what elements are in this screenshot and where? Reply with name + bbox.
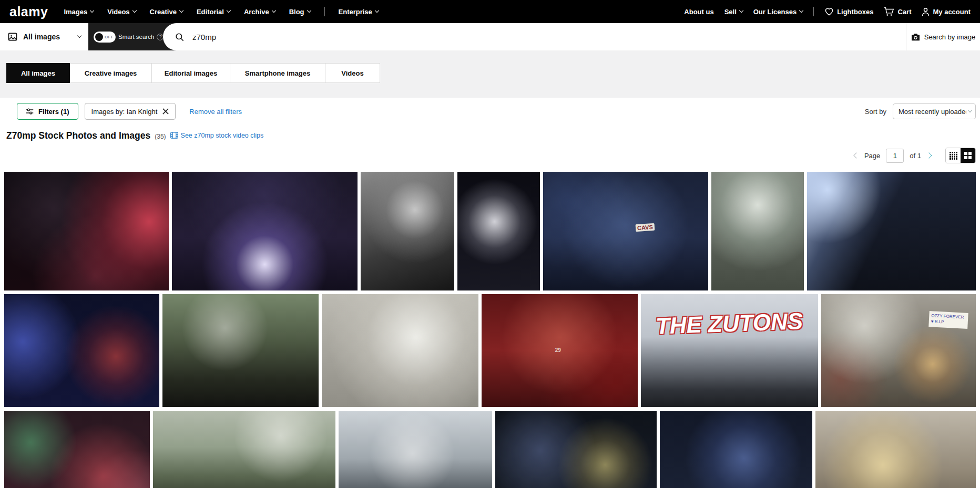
photo-overlay-text: THE ZUTONS [655,308,803,339]
see-video-clips-link[interactable]: See z70mp stock video clips [170,132,264,139]
photo-overlay-text: 29 [555,347,561,353]
film-icon [170,132,178,139]
photo-thumbnail-three-women-red-stage[interactable]: 29 [482,294,637,407]
search-scope-label: All images [23,33,60,41]
remove-all-filters-link[interactable]: Remove all filters [189,108,242,116]
smart-search-toggle[interactable]: OFF [94,32,116,43]
nav-item-lightboxes[interactable]: Lightboxes [824,7,873,16]
tab-creative-images[interactable]: Creative images [70,63,152,83]
tab-videos[interactable]: Videos [325,63,380,83]
photo-overlay-text: OZZY FOREVER ♥ R.I.P [929,311,968,328]
nav-label: Images [64,8,87,16]
cart-icon [884,7,894,16]
photo-row: mes [4,411,976,488]
nav-item-enterprise[interactable]: Enterprise [339,8,379,16]
search-by-image-button[interactable]: Search by image [906,23,980,50]
photo-thumbnail-guitarist-red-stage-lights[interactable] [4,172,169,290]
nav-label: Sell [724,8,737,16]
chevron-down-icon [77,34,81,38]
nav-item-blog[interactable]: Blog [289,8,311,16]
search-icon[interactable] [175,32,185,42]
chevron-down-icon [90,8,94,13]
small-grid-view-button[interactable] [946,148,961,163]
photo-thumbnail-performer-arm-raised-spotlights[interactable] [807,172,976,290]
alamy-logo[interactable]: alamy [9,4,48,19]
nav-item-images[interactable]: Images [64,8,94,16]
primary-nav: Images Videos Creative Editorial Archive… [64,7,378,16]
chevron-down-icon [271,8,275,13]
nav-label: About us [684,8,713,16]
tabs-band: All images Creative images Editorial ima… [0,50,980,98]
nav-item-archive[interactable]: Archive [244,8,275,16]
nav-item-cart[interactable]: Cart [884,7,911,16]
heart-icon [824,7,834,16]
photo-thumbnail-guitarist-with-cartoon-screen[interactable] [4,294,159,407]
nav-label: Archive [244,8,269,16]
results-grid: CAVS29THE ZUTONSOZZY FOREVER ♥ R.I.Pmes [4,172,976,488]
nav-item-videos[interactable]: Videos [107,8,136,16]
photo-overlay-text: CAVS [635,223,655,232]
toggle-knob [95,33,103,41]
photo-thumbnail-young-musician-portrait-spotlight[interactable] [711,172,804,290]
chevron-down-icon [307,8,311,13]
next-page-icon[interactable] [926,152,932,158]
photo-thumbnail-band-red-green-stage-flowers[interactable]: mes [4,411,150,488]
filter-chip-images-by[interactable]: Images by: Ian Knight [85,103,176,120]
small-grid-icon [950,152,957,160]
filter-chip-label: Images by: Ian Knight [91,108,158,116]
photo-thumbnail-singer-standing-over-crowd[interactable] [339,411,492,488]
view-toggle-group [945,148,976,163]
filters-button[interactable]: Filters (1) [17,103,78,120]
chevron-down-icon [739,8,743,13]
search-input[interactable] [191,32,906,42]
smart-search-label: Smart search [118,34,154,40]
tab-all-images[interactable]: All images [6,63,70,83]
sliders-icon [26,108,34,115]
large-grid-icon [964,152,972,159]
nav-item-sell[interactable]: Sell [724,8,743,16]
result-type-tabs: All images Creative images Editorial ima… [6,63,980,83]
sort-dropdown[interactable]: Most recently uploaded [893,103,976,119]
page-title: Z70mp Stock Photos and Images [6,130,150,141]
photo-thumbnail-memorial-flowers-candles[interactable]: OZZY FOREVER ♥ R.I.P [821,294,976,407]
nav-item-our-licenses[interactable]: Our Licenses [753,8,803,16]
nav-label: My account [933,8,971,16]
top-navigation: alamy Images Videos Creative Editorial A… [0,0,980,23]
secondary-nav: About us Sell Our Licenses Lightboxes Ca… [684,7,971,16]
nav-item-editorial[interactable]: Editorial [197,8,230,16]
page-total-label: of 1 [910,152,921,160]
camera-icon [911,33,920,41]
see-video-clips-label: See z70mp stock video clips [181,132,264,139]
sort-area: Sort by Most recently uploaded [865,103,976,119]
photo-thumbnail-group-on-stage-blue-light[interactable]: CAVS [543,172,709,290]
photo-thumbnail-singer-white-jacket-dark-stage[interactable] [457,172,539,290]
nav-item-my-account[interactable]: My account [922,7,971,16]
previous-page-icon[interactable] [853,152,859,158]
close-icon[interactable] [162,108,169,115]
large-grid-view-button[interactable] [961,148,975,163]
photo-thumbnail-sepia-singer-sunglasses-fog[interactable] [322,294,478,407]
nav-item-about-us[interactable]: About us [684,8,713,16]
page-label: Page [864,152,880,160]
filters-row: Filters (1) Images by: Ian Knight Remove… [17,103,976,120]
photo-thumbnail-drummer-and-bassist-dark-stage[interactable] [495,411,657,488]
toggle-state-label: OFF [105,35,114,39]
nav-item-creative[interactable]: Creative [150,8,183,16]
nav-label: Our Licenses [753,8,797,16]
person-icon [922,7,930,16]
nav-label: Editorial [197,8,224,16]
tab-editorial-images[interactable]: Editorial images [152,63,230,83]
photo-thumbnail-duo-gold-outfits-bright-stage[interactable] [815,411,976,488]
tab-smartphone-images[interactable]: Smartphone images [230,63,325,83]
search-scope-dropdown[interactable]: All images [0,23,88,50]
page-number-input[interactable] [886,149,904,163]
photo-thumbnail-bw-female-singer-microphone[interactable] [361,172,454,290]
photo-thumbnail-zutons-festival-stage[interactable]: THE ZUTONS [641,294,818,407]
photo-row: CAVS [4,172,976,290]
photo-thumbnail-guitarist-singing-blue-stage[interactable] [660,411,812,488]
photo-thumbnail-concert-hall-wide-view[interactable] [172,172,358,290]
nav-divider [813,7,814,16]
photo-thumbnail-festival-crowd-flags-stage[interactable] [153,411,335,488]
photo-thumbnail-singer-leaning-to-festival-crowd[interactable] [162,294,318,407]
nav-label: Creative [150,8,177,16]
